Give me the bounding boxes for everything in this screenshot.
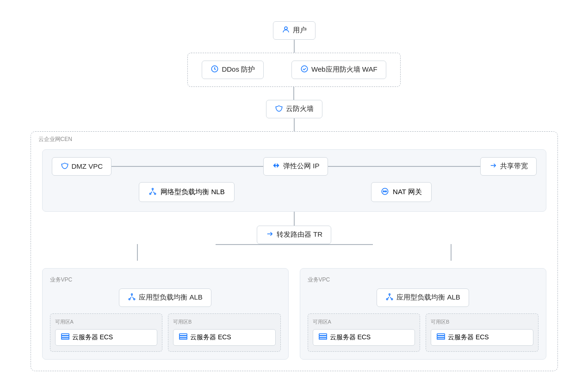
user-node: 用户	[273, 21, 316, 40]
svg-rect-15	[179, 336, 187, 338]
svg-point-17	[389, 294, 390, 295]
svg-point-19	[391, 298, 393, 300]
svg-point-4	[152, 188, 154, 190]
alb-right-icon	[385, 293, 394, 303]
v-to-tr	[294, 212, 295, 226]
ecs-az-a-left: 云服务器 ECS	[55, 329, 158, 346]
svg-rect-23	[437, 334, 445, 336]
diagram-container: 用户 DDos 防护 Web应用防火墙 WAF	[17, 12, 572, 380]
dmz-region: DMZ VPC 弹性公网 IP	[42, 149, 546, 212]
dmz-label: DMZ VPC	[72, 162, 103, 170]
svg-point-3	[301, 66, 308, 72]
eip-node: 弹性公网 IP	[263, 157, 328, 176]
biz-vpc-right: 业务VPC 应用型负载均衡 ALB	[300, 268, 546, 360]
cen-wrapper: 云企业网CEN DMZ VPC	[31, 131, 558, 371]
svg-rect-22	[319, 338, 327, 339]
firewall-node: 云防火墙	[266, 100, 322, 118]
tr-node: 转发路由器 TR	[257, 226, 331, 244]
biz-vpc-left-label: 业务VPC	[50, 276, 281, 284]
v-connector2	[293, 87, 294, 100]
svg-rect-13	[61, 338, 69, 339]
svg-point-8	[131, 294, 133, 295]
h-branch-line	[216, 244, 373, 245]
ecs-az-b-right: 云服务器 ECS	[431, 329, 533, 346]
ecs-az-b-left: 云服务器 ECS	[173, 329, 276, 346]
az-a-right: 可用区A 云服务器 ECS	[308, 313, 421, 352]
alb-right-label: 应用型负载均衡 ALB	[396, 293, 460, 302]
bandwidth-icon	[489, 161, 497, 172]
tr-label: 转发路由器 TR	[277, 230, 322, 239]
ddos-node: DDos 防护	[202, 61, 264, 79]
svg-rect-16	[179, 338, 187, 339]
cen-label: 云企业网CEN	[38, 135, 72, 143]
nlb-node: 网络型负载均衡 NLB	[139, 182, 234, 202]
nat-label: NAT 网关	[393, 188, 422, 196]
tr-branch	[137, 244, 452, 261]
user-label: 用户	[293, 26, 307, 35]
alb-left-row: 应用型负载均衡 ALB	[50, 288, 281, 307]
svg-rect-11	[61, 334, 69, 336]
ecs-label-2: 云服务器 ECS	[190, 333, 231, 342]
bandwidth-label: 共享带宽	[500, 162, 528, 171]
dmz-icon	[61, 161, 69, 172]
svg-point-5	[150, 193, 151, 194]
alb-right-row: 应用型负载均衡 ALB	[308, 288, 538, 307]
az-b-right-label: 可用区B	[431, 318, 533, 325]
az-a-left-label: 可用区A	[55, 318, 158, 325]
biz-vpc-right-label: 业务VPC	[308, 276, 538, 284]
az-a-right-label: 可用区A	[313, 318, 415, 325]
ecs-icon-1	[61, 333, 69, 341]
right-branch-v	[451, 244, 452, 261]
biz-vpc-left: 业务VPC 应用型负载均衡 ALB	[42, 268, 289, 360]
svg-rect-21	[319, 336, 327, 338]
h-line-right	[328, 166, 480, 167]
firewall-icon	[275, 104, 283, 114]
svg-rect-20	[319, 334, 327, 336]
alb-left-icon	[128, 293, 136, 303]
nlb-label: 网络型负载均衡 NLB	[161, 188, 224, 196]
ddos-label: DDos 防护	[222, 65, 255, 74]
svg-point-2	[214, 67, 216, 70]
az-a-left: 可用区A 云服务器 ECS	[50, 313, 163, 352]
left-branch-v	[137, 244, 138, 261]
dmz-node: DMZ VPC	[52, 157, 112, 176]
az-row-left: 可用区A 云服务器 ECS 可用区B	[50, 313, 281, 352]
eip-label: 弹性公网 IP	[283, 162, 319, 171]
ecs-icon-2	[179, 333, 187, 341]
svg-point-6	[155, 193, 156, 194]
bandwidth-node: 共享带宽	[480, 157, 537, 176]
v-connector3	[294, 118, 295, 131]
nat-icon	[381, 187, 389, 197]
svg-point-9	[129, 298, 130, 300]
v-connector	[294, 40, 295, 53]
svg-point-0	[285, 27, 287, 30]
ddos-waf-wrapper: DDos 防护 Web应用防火墙 WAF	[187, 53, 400, 87]
svg-point-18	[386, 298, 388, 300]
waf-icon	[300, 65, 309, 75]
ecs-icon-3	[319, 333, 327, 341]
az-row-right: 可用区A 云服务器 ECS 可用区B	[308, 313, 538, 352]
svg-point-10	[134, 298, 135, 300]
ecs-label-3: 云服务器 ECS	[330, 333, 371, 342]
top-section: 用户 DDos 防护 Web应用防火墙 WAF	[26, 21, 563, 371]
firewall-label: 云防火墙	[286, 104, 314, 113]
waf-node: Web应用防火墙 WAF	[291, 61, 386, 79]
alb-right-node: 应用型负载均衡 ALB	[377, 288, 469, 307]
svg-rect-14	[179, 334, 187, 336]
alb-left-node: 应用型负载均衡 ALB	[119, 288, 211, 307]
svg-rect-24	[437, 336, 445, 338]
az-b-left-label: 可用区B	[173, 318, 276, 325]
ecs-az-a-right: 云服务器 ECS	[313, 329, 415, 346]
nlb-icon	[149, 187, 157, 197]
waf-label: Web应用防火墙 WAF	[311, 65, 378, 74]
ecs-icon-4	[437, 333, 445, 341]
svg-rect-12	[61, 336, 69, 338]
eip-icon	[272, 161, 280, 172]
biz-section: 业务VPC 应用型负载均衡 ALB	[42, 268, 546, 360]
nat-node: NAT 网关	[371, 182, 432, 202]
az-b-left: 可用区B 云服务器 ECS	[168, 313, 281, 352]
ecs-label-1: 云服务器 ECS	[72, 333, 113, 342]
ecs-label-4: 云服务器 ECS	[448, 333, 489, 342]
az-b-right: 可用区B 云服务器 ECS	[426, 313, 538, 352]
user-icon	[282, 25, 290, 36]
